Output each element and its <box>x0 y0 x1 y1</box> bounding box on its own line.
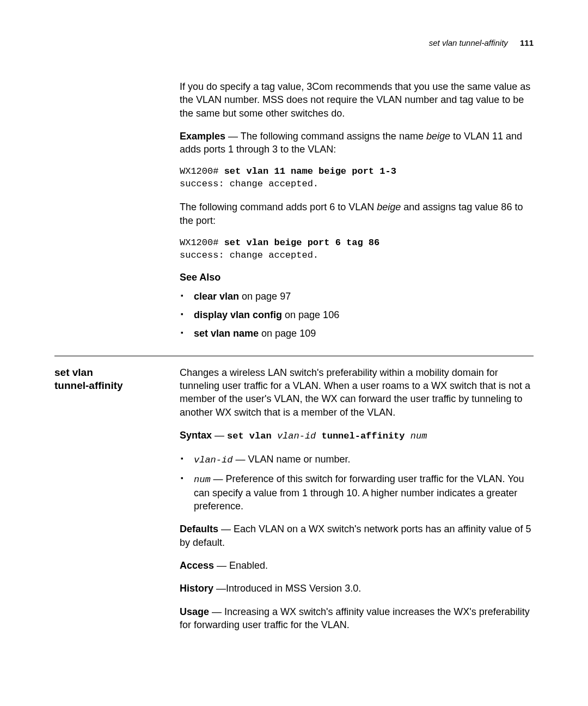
vlan-name-beige: beige <box>426 131 450 142</box>
see-also-list: clear vlan on page 97 display vlan confi… <box>180 290 534 340</box>
examples-label: Examples <box>180 131 225 142</box>
command-description: Changes a wireless LAN switch's preferab… <box>180 366 534 419</box>
section-divider <box>54 356 534 356</box>
syntax-label: Syntax <box>180 430 212 441</box>
defaults-label: Defaults <box>180 524 218 534</box>
see-also-cmd: set vlan name <box>194 328 259 339</box>
intro-paragraph: If you do specify a tag value, 3Com reco… <box>180 80 534 120</box>
code-example-1: WX1200# set vlan 11 name beige port 1-3 … <box>180 166 534 191</box>
param-item: vlan-id — VLAN name or number. <box>180 453 534 467</box>
access-line: Access — Enabled. <box>180 559 534 572</box>
code-example-2: WX1200# set vlan beige port 6 tag 86 suc… <box>180 237 534 262</box>
see-also-item: set vlan name on page 109 <box>180 327 534 340</box>
defaults-line: Defaults — Each VLAN on a WX switch's ne… <box>180 522 534 549</box>
see-also-item: display vlan config on page 106 <box>180 308 534 321</box>
example-2-intro: The following command adds port 6 to VLA… <box>180 200 534 227</box>
usage-line: Usage — Increasing a WX switch's affinit… <box>180 605 534 632</box>
see-also-heading: See Also <box>180 272 534 283</box>
param-item: num — Preference of this switch for forw… <box>180 472 534 513</box>
see-also-cmd: display vlan config <box>194 309 282 320</box>
history-label: History <box>180 583 213 594</box>
usage-label: Usage <box>180 606 209 617</box>
header-page-number: 111 <box>520 38 534 47</box>
params-list: vlan-id — VLAN name or number. num — Pre… <box>180 453 534 513</box>
param-name: num <box>194 474 211 485</box>
see-also-cmd: clear vlan <box>194 291 239 302</box>
param-name: vlan-id <box>194 455 232 465</box>
examples-intro: Examples — The following command assigns… <box>180 130 534 156</box>
access-label: Access <box>180 560 214 571</box>
see-also-item: clear vlan on page 97 <box>180 290 534 303</box>
command-name-sidebar: set vlan tunnel-affinity <box>54 366 180 393</box>
syntax-line: Syntax — set vlan vlan-id tunnel-affinit… <box>180 429 534 443</box>
header-title: set vlan tunnel-affinity <box>429 38 508 47</box>
history-line: History —Introduced in MSS Version 3.0. <box>180 582 534 595</box>
page-header: set vlan tunnel-affinity 111 <box>54 38 534 47</box>
